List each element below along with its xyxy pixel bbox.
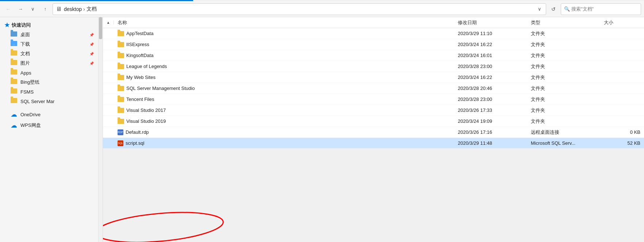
wps-icon: ☁	[10, 121, 18, 129]
address-dropdown-button[interactable]: ∨	[536, 5, 543, 12]
folder-icon	[118, 64, 124, 69]
folder-icon	[118, 42, 124, 47]
column-size[interactable]: 大小	[600, 19, 644, 26]
sidebar-item-bing[interactable]: Bing壁纸	[0, 77, 98, 87]
documents-folder-icon	[10, 50, 18, 57]
sidebar-item-onedrive[interactable]: ☁ OneDrive	[0, 109, 98, 120]
file-name-cell: My Web Sites	[114, 75, 454, 80]
table-row[interactable]: AppTestData 2020/3/29 11:10 文件夹	[103, 28, 644, 39]
sidebar: ★ 快速访问 桌面 📌 ↓ 下载 📌	[0, 17, 99, 242]
folder-icon	[118, 31, 124, 36]
folder-icon	[118, 53, 124, 58]
column-type[interactable]: 类型	[527, 19, 600, 26]
refresh-button[interactable]: ↺	[548, 4, 559, 14]
sidebar-item-fsms[interactable]: FSMS	[0, 87, 98, 97]
table-row[interactable]: KingsoftData 2020/3/24 16:01 文件夹	[103, 50, 644, 61]
folder-icon	[118, 75, 124, 80]
folder-icon	[118, 86, 124, 91]
sidebar-item-pictures[interactable]: 图片 📌	[0, 58, 98, 68]
sidebar-item-wps[interactable]: ☁ WPS网盘	[0, 120, 98, 131]
desktop-label: 桌面	[20, 31, 30, 38]
folder-icon	[118, 119, 124, 124]
file-name-cell: SQL script.sql	[114, 140, 454, 146]
file-name-cell: AppTestData	[114, 31, 454, 36]
sidebar-item-desktop[interactable]: 桌面 📌	[0, 30, 98, 39]
sort-up-button[interactable]: ▲	[103, 20, 114, 24]
sidebar-item-apps[interactable]: Apps	[0, 68, 98, 77]
back-button[interactable]: ←	[3, 4, 13, 14]
table-row[interactable]: SQL Server Management Studio 2020/3/28 2…	[103, 83, 644, 94]
forward-dropdown-button[interactable]: ∨	[28, 4, 38, 14]
bing-folder-icon	[10, 79, 18, 86]
scroll-thumb[interactable]	[99, 17, 102, 39]
file-name-cell: Tencent Files	[114, 97, 454, 102]
toolbar: ← → ∨ ↑ 🖥 desktop › 文档 ∨ ↺ 🔍	[0, 1, 644, 17]
table-row-selected[interactable]: SQL script.sql 2020/3/29 11:48 Microsoft…	[103, 138, 644, 149]
file-name-cell: League of Legends	[114, 64, 454, 69]
table-row[interactable]: League of Legends 2020/3/28 23:00 文件夹	[103, 61, 644, 72]
file-area: ▲ 名称 修改日期 类型 大小 AppTestData 2020/3/29 11…	[103, 17, 644, 149]
table-row[interactable]: RDP Default.rdp 2020/3/26 17:16 远程桌面连接 0…	[103, 127, 644, 138]
sql-file-icon: SQL	[118, 140, 123, 146]
file-name-cell: KingsoftData	[114, 53, 454, 58]
folder-icon	[10, 31, 18, 38]
pin-icon: 📌	[89, 42, 94, 46]
sidebar-item-documents[interactable]: 文档 📌	[0, 49, 98, 58]
fsms-folder-icon	[10, 88, 18, 95]
onedrive-icon: ☁	[10, 110, 18, 118]
file-name-cell: IISExpress	[114, 42, 454, 47]
file-area-wrapper: ▲ 名称 修改日期 类型 大小 AppTestData 2020/3/29 11…	[103, 17, 644, 242]
quick-access-label: ★ 快速访问	[0, 20, 98, 30]
documents-label: 文档	[20, 50, 30, 57]
onedrive-label: OneDrive	[20, 112, 41, 117]
rdp-file-icon: RDP	[118, 129, 123, 135]
search-icon: 🔍	[564, 6, 570, 12]
star-icon: ★	[4, 22, 9, 29]
main-area: ★ 快速访问 桌面 📌 ↓ 下载 📌	[0, 17, 644, 242]
address-part-documents: 文档	[87, 6, 97, 12]
fsms-label: FSMS	[20, 89, 34, 95]
bing-label: Bing壁纸	[20, 79, 39, 86]
downloads-label: 下载	[20, 41, 30, 48]
file-list: AppTestData 2020/3/29 11:10 文件夹 IISExpre…	[103, 28, 644, 149]
wps-label: WPS网盘	[20, 122, 41, 129]
address-text: desktop › 文档	[64, 6, 534, 12]
sidebar-item-downloads[interactable]: ↓ 下载 📌	[0, 39, 98, 49]
sqlserver-label: SQL Server Mar	[20, 99, 54, 104]
pin-icon: 📌	[89, 52, 94, 56]
file-name-cell: RDP Default.rdp	[114, 129, 454, 135]
sidebar-scrollbar[interactable]: ▲	[99, 17, 103, 242]
table-row[interactable]: My Web Sites 2020/3/24 16:22 文件夹	[103, 72, 644, 83]
pin-icon: 📌	[89, 33, 94, 37]
pin-icon: 📌	[89, 61, 94, 65]
pictures-folder-icon	[10, 60, 18, 67]
search-bar[interactable]: 🔍	[561, 3, 641, 15]
sqlserver-folder-icon	[10, 98, 18, 105]
pictures-label: 图片	[20, 60, 30, 67]
address-part-computer: desktop	[64, 6, 82, 12]
folder-icon	[118, 108, 124, 113]
up-button[interactable]: ↑	[40, 4, 50, 14]
table-row[interactable]: Tencent Files 2020/3/28 23:00 文件夹	[103, 94, 644, 105]
column-header: ▲ 名称 修改日期 类型 大小	[103, 17, 644, 28]
column-name[interactable]: 名称	[114, 19, 454, 26]
table-row[interactable]: IISExpress 2020/3/24 16:22 文件夹	[103, 39, 644, 50]
forward-button[interactable]: →	[15, 4, 26, 14]
file-name-cell: Visual Studio 2017	[114, 107, 454, 113]
folder-icon	[118, 97, 124, 102]
search-input[interactable]	[571, 6, 638, 12]
sidebar-item-sqlserver[interactable]: SQL Server Mar	[0, 97, 98, 106]
table-row[interactable]: Visual Studio 2017 2020/3/26 17:33 文件夹	[103, 105, 644, 116]
computer-icon: 🖥	[56, 6, 62, 12]
download-folder-icon: ↓	[10, 41, 18, 48]
svg-point-0	[103, 208, 225, 242]
column-date[interactable]: 修改日期	[454, 19, 527, 26]
file-name-cell: Visual Studio 2019	[114, 118, 454, 124]
file-name-cell: SQL Server Management Studio	[114, 86, 454, 91]
table-row[interactable]: Visual Studio 2019 2020/3/24 19:09 文件夹	[103, 116, 644, 127]
address-bar[interactable]: 🖥 desktop › 文档 ∨	[53, 3, 546, 15]
apps-folder-icon	[10, 69, 18, 76]
apps-label: Apps	[20, 70, 31, 76]
